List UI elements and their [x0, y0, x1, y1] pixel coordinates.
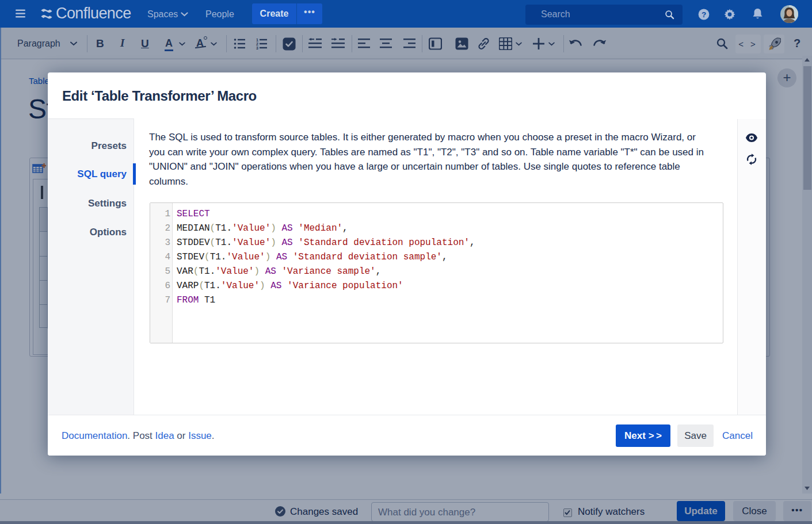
svg-text:?: ? — [702, 10, 706, 19]
